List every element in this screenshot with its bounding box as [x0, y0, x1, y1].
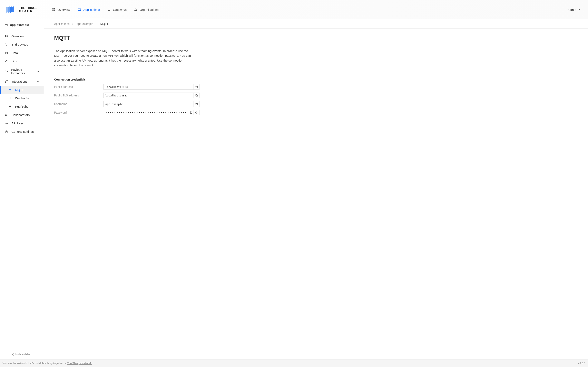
svg-point-30	[6, 114, 6, 115]
devices-icon	[4, 43, 8, 46]
sidebar-item-integrations[interactable]: Integrations	[0, 77, 44, 86]
copy-button[interactable]	[194, 101, 199, 107]
svg-rect-2	[54, 9, 55, 9]
nav-tab-organizations[interactable]: Organizations	[130, 0, 162, 19]
sidebar-item-label: Collaborators	[11, 113, 30, 117]
section-title: Connection credentials	[54, 78, 238, 81]
footer-text: You are the network. Let's build this th…	[2, 362, 92, 365]
svg-rect-16	[7, 35, 8, 36]
svg-point-29	[7, 80, 8, 81]
page-description: The Application Server exposes an MQTT s…	[54, 49, 197, 67]
logo[interactable]: THE THINGS STACK	[6, 6, 38, 13]
footer: You are the network. Let's build this th…	[0, 359, 588, 367]
svg-rect-17	[5, 36, 6, 37]
svg-point-31	[7, 114, 7, 115]
hide-sidebar-label: Hide sidebar	[15, 353, 31, 356]
logo-line1: THE THINGS	[19, 7, 38, 9]
sidebar-item-api-keys[interactable]: API keys	[0, 119, 44, 127]
user-name: admin	[568, 8, 576, 11]
copy-button[interactable]	[194, 92, 199, 98]
application-icon	[4, 23, 8, 26]
sidebar-item-end-devices[interactable]: End devices	[0, 40, 44, 49]
nav-tab-label: Overview	[58, 8, 70, 11]
page-title: MQTT	[54, 35, 238, 41]
sidebar-item-label: Webhooks	[15, 96, 30, 100]
toggle-visibility-button[interactable]	[194, 110, 199, 115]
content-wrapper: app-example Overview End devices Data Li…	[0, 19, 588, 359]
svg-rect-13	[5, 24, 7, 26]
sidebar-item-webhooks[interactable]: Webhooks	[0, 94, 44, 102]
people-icon	[4, 113, 8, 117]
field-public-address: Public address	[54, 84, 238, 90]
svg-rect-38	[196, 95, 198, 96]
svg-rect-0	[52, 8, 53, 9]
svg-point-32	[5, 123, 6, 124]
svg-rect-40	[190, 112, 192, 114]
sidebar-item-label: Data	[11, 51, 18, 55]
logo-mark-icon	[6, 6, 16, 13]
sidebar-item-link[interactable]: Link	[0, 57, 44, 66]
nav-tabs: Overview Applications Gateways Organizat…	[48, 0, 162, 19]
dashboard-icon	[4, 35, 8, 38]
svg-rect-18	[7, 36, 8, 37]
svg-rect-5	[78, 8, 81, 10]
integrations-icon	[4, 80, 8, 83]
app-header: THE THINGS STACK Overview Applications	[0, 0, 588, 19]
username-input[interactable]	[104, 101, 194, 107]
organizations-icon	[134, 8, 138, 11]
sidebar-item-overview[interactable]: Overview	[0, 32, 44, 40]
svg-point-41	[196, 112, 197, 113]
nav-tab-gateways[interactable]: Gateways	[104, 0, 130, 19]
svg-point-12	[136, 9, 137, 9]
sidebar-item-label: Integrations	[11, 80, 27, 83]
svg-point-36	[6, 131, 7, 132]
nav-tab-label: Organizations	[140, 8, 159, 11]
sidebar-item-payload-formatters[interactable]: Payload formatters	[0, 66, 44, 77]
chevron-left-icon	[12, 353, 14, 356]
copy-button[interactable]	[188, 110, 194, 115]
svg-rect-15	[5, 35, 6, 36]
svg-point-11	[135, 8, 136, 9]
breadcrumb: Applications 〉 app-example 〉 MQTT	[44, 19, 588, 29]
sidebar-item-general-settings[interactable]: General settings	[0, 127, 44, 136]
divider	[0, 30, 44, 30]
svg-line-22	[6, 44, 6, 45]
sidebar-item-label: End devices	[11, 43, 28, 46]
logo-line2: STACK	[19, 9, 38, 13]
sidebar-app-header[interactable]: app-example	[0, 19, 44, 29]
public-address-input[interactable]	[104, 84, 194, 90]
footer-link[interactable]: The Things Network	[67, 362, 92, 365]
nav-tab-overview[interactable]: Overview	[48, 0, 74, 19]
field-label: Public address	[54, 85, 104, 89]
dashboard-icon	[52, 8, 56, 11]
chevron-right-icon: 〉	[95, 22, 98, 25]
svg-point-10	[109, 8, 109, 9]
sidebar-item-label: API keys	[11, 122, 24, 125]
svg-rect-3	[52, 10, 53, 11]
sidebar-item-data[interactable]: Data	[0, 49, 44, 57]
sidebar-item-mqtt[interactable]: MQTT	[0, 86, 44, 94]
nav-tab-applications[interactable]: Applications	[74, 0, 104, 19]
public-tls-address-input[interactable]	[104, 92, 194, 98]
breadcrumb-applications[interactable]: Applications	[54, 22, 70, 25]
field-label: Public TLS address	[54, 94, 104, 97]
link-icon	[4, 60, 8, 63]
svg-point-8	[108, 10, 109, 10]
svg-line-23	[6, 44, 7, 45]
password-input[interactable]	[104, 110, 188, 115]
field-username: Username	[54, 101, 238, 107]
sidebar-item-label: General settings	[11, 130, 34, 133]
copy-button[interactable]	[194, 84, 199, 90]
sidebar-item-label: Pub/Subs	[15, 105, 28, 108]
hide-sidebar-button[interactable]: Hide sidebar	[0, 350, 44, 359]
svg-rect-4	[54, 10, 55, 11]
sidebar: app-example Overview End devices Data Li…	[0, 19, 44, 359]
user-menu[interactable]: admin	[568, 8, 582, 11]
sidebar-item-pubsubs[interactable]: Pub/Subs	[0, 102, 44, 111]
field-label: Username	[54, 102, 104, 106]
sidebar-item-label: MQTT	[15, 88, 24, 92]
sidebar-app-name: app-example	[10, 23, 29, 26]
svg-rect-7	[108, 10, 110, 11]
sidebar-item-collaborators[interactable]: Collaborators	[0, 111, 44, 119]
breadcrumb-app[interactable]: app-example	[77, 22, 93, 25]
